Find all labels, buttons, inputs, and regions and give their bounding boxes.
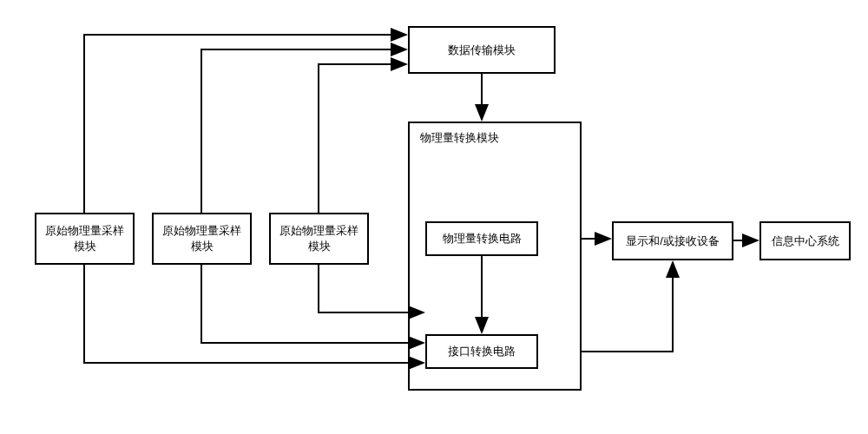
- data-transmission-label: 数据传输模块: [448, 43, 516, 58]
- info-center-system-label: 信息中心系统: [772, 233, 839, 249]
- sampling-module-a: 原始物理量采样模块: [35, 213, 135, 265]
- sampling-module-c: 原始物理量采样模块: [269, 213, 369, 265]
- physical-conversion-title: 物理量转换模块: [420, 130, 499, 146]
- interface-conversion-circuit-label: 接口转换电路: [448, 344, 516, 359]
- sampling-module-c-label: 原始物理量采样模块: [274, 223, 364, 254]
- physical-conversion-circuit: 物理量转换电路: [425, 221, 538, 256]
- display-receive-device-label: 显示和/或接收设备: [626, 233, 720, 249]
- sampling-module-b: 原始物理量采样模块: [152, 213, 252, 265]
- data-transmission-module: 数据传输模块: [408, 26, 556, 74]
- sampling-module-a-label: 原始物理量采样模块: [40, 223, 129, 254]
- sampling-module-b-label: 原始物理量采样模块: [157, 223, 247, 254]
- interface-conversion-circuit: 接口转换电路: [425, 334, 538, 369]
- physical-conversion-circuit-label: 物理量转换电路: [443, 231, 522, 247]
- info-center-system: 信息中心系统: [760, 221, 851, 260]
- display-receive-device: 显示和/或接收设备: [612, 221, 733, 260]
